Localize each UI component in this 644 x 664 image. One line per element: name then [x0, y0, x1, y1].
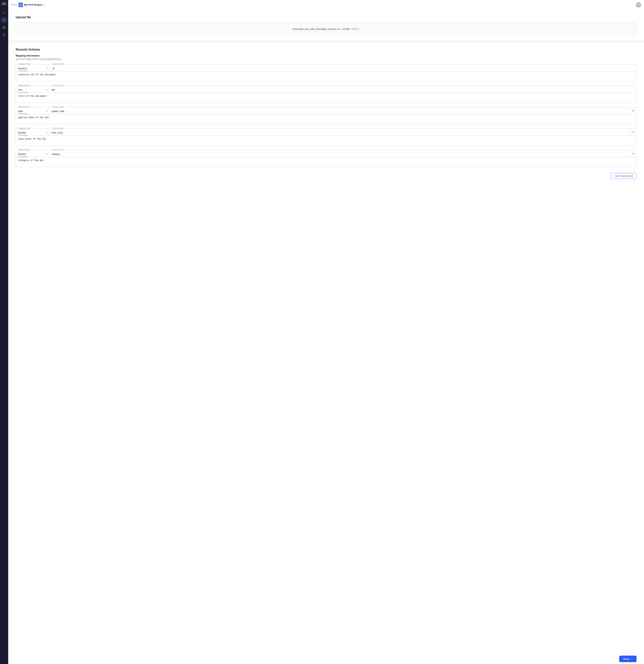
upload-section: Upload file meaningful_data_with_meaning… [16, 16, 637, 36]
svg-point-0 [3, 12, 5, 14]
section-divider [8, 40, 644, 43]
description-label-2: Description [18, 91, 28, 94]
schema-section: Records Schema Mapping Information 업로드한 … [16, 43, 637, 179]
mapping-type-label-5: Mapping Type [18, 149, 31, 151]
description-field-2: Description title of the document [16, 93, 637, 103]
description-label-5: Description [18, 155, 28, 158]
mapping-info-subtitle: 업로드한 파일을 고려하여 아래 정보를 입력하세요. [16, 58, 637, 61]
description-field-1: Description resource ids of the document [16, 71, 637, 81]
project-icon: MF [18, 3, 23, 7]
remove-mapping-4[interactable]: ✕ [630, 129, 637, 136]
upload-area[interactable]: meaningful_data_with_meaningful_columns.… [16, 22, 637, 36]
remove-mapping-5[interactable]: ✕ [630, 150, 637, 157]
column-name-label-5: Column name [51, 149, 64, 151]
description-label-3: Description [18, 113, 28, 115]
column-name-input-2[interactable] [49, 86, 636, 92]
column-name-field-3: Column name [49, 107, 630, 114]
description-input-3[interactable]: publish date of the doc [16, 114, 636, 123]
column-name-field-4: Column name [49, 129, 630, 136]
mapping-type-label-1: Mapping Type [18, 63, 31, 65]
mapping-info-title: Mapping Information [16, 54, 637, 57]
database-icon[interactable] [1, 17, 7, 23]
remove-mapping-3[interactable]: ✕ [630, 107, 637, 114]
svg-point-2 [3, 19, 5, 20]
column-name-input-4[interactable] [49, 129, 630, 136]
search-icon[interactable] [1, 10, 7, 16]
description-input-5[interactable]: category of the doc [16, 157, 636, 166]
mapping-row-4: Mapping Type Keyword Text Date Number ▾ … [16, 129, 637, 136]
avatar: MC [636, 2, 641, 7]
column-name-input-3[interactable] [49, 107, 630, 114]
description-label-1: Description [18, 70, 28, 72]
mapping-type-label-2: Mapping Type [18, 84, 31, 86]
description-input-4[interactable]: view_count of the doc [16, 136, 636, 145]
description-field-3: Description publish date of the doc [16, 114, 637, 124]
schema-title: Records Schema [16, 48, 637, 51]
description-input-2[interactable]: title of the document [16, 93, 636, 102]
mapping-type-label-3: Mapping Type [18, 106, 31, 108]
mapping-type-label-4: Mapping Type [18, 127, 31, 129]
description-field-4: Description view_count of the doc [16, 136, 637, 146]
mapping-row-1: Mapping Type Keyword Text Date Number ▾ … [16, 64, 637, 71]
column-name-label-4: Column name [51, 127, 64, 129]
column-name-field-2: Column name [49, 86, 637, 93]
mapping-block-3: Mapping Type Keyword Text Date Number ▾ … [16, 107, 637, 124]
header: Project MF My First Project ▲ ▼ MC [8, 0, 644, 10]
add-mapping-container: + Add mapping type [16, 171, 637, 179]
mapping-block-1: Mapping Type Keyword Text Date Number ▾ … [16, 64, 637, 81]
content-area: Upload file meaningful_data_with_meaning… [8, 10, 644, 664]
column-name-label-1: Column name [51, 63, 64, 65]
upload-filename: meaningful_data_with_meaningful_columns.… [293, 28, 350, 30]
description-field-5: Description category of the doc [16, 157, 637, 167]
delete-link[interactable]: 삭제하기 [351, 27, 360, 30]
document-icon[interactable] [1, 32, 7, 38]
column-name-label-3: Column name [51, 106, 64, 108]
done-button[interactable]: Done → [619, 656, 637, 662]
column-name-field-1: Column name [49, 64, 637, 71]
mapping-block-5: Mapping Type Keyword Text Date Number ▾ … [16, 150, 637, 167]
column-name-field-5: Column name [49, 150, 630, 157]
main-container: Project MF My First Project ▲ ▼ MC Uploa… [8, 0, 644, 664]
svg-line-1 [5, 13, 5, 14]
project-name: My First Project [24, 3, 42, 6]
column-name-input-1[interactable] [49, 64, 636, 71]
footer: Done → [8, 653, 644, 664]
svg-point-3 [4, 27, 4, 28]
column-name-input-5[interactable] [49, 150, 630, 157]
mapping-row-3: Mapping Type Keyword Text Date Number ▾ … [16, 107, 637, 114]
column-name-label-2: Column name [51, 84, 64, 86]
upload-title: Upload file [16, 16, 637, 19]
mapping-row-5: Mapping Type Keyword Text Date Number ▾ … [16, 150, 637, 157]
mapping-block-4: Mapping Type Keyword Text Date Number ▾ … [16, 129, 637, 146]
description-label-4: Description [18, 134, 28, 136]
add-mapping-button[interactable]: + Add mapping type [610, 173, 637, 179]
mapping-row-2: Mapping Type Keyword Text Date Number ▾ … [16, 86, 637, 93]
settings-icon[interactable] [1, 25, 7, 30]
app-logo [1, 2, 7, 5]
description-input-1[interactable]: resource ids of the document [16, 71, 636, 80]
project-label: Project [11, 4, 17, 6]
mapping-block-2: Mapping Type Keyword Text Date Number ▾ … [16, 86, 637, 103]
project-switcher[interactable]: ▲ ▼ [43, 3, 45, 7]
sidebar [0, 0, 8, 664]
